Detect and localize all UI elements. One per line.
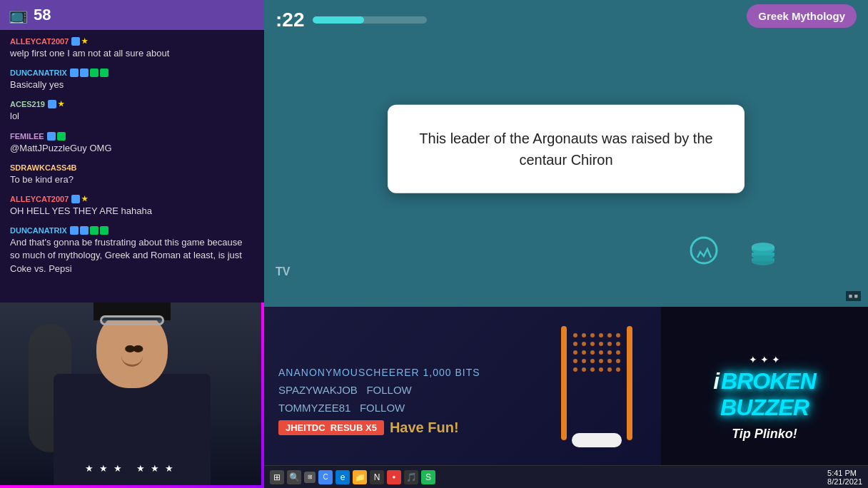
question-card: This leader of the Argonauts was raised …	[388, 105, 745, 193]
chat-message-5: SDRAWKCASS4B To be kind era?	[6, 161, 258, 189]
plinko-dot	[616, 367, 620, 372]
chat-icon	[90, 68, 99, 77]
twitch-logo: 📺	[9, 6, 28, 24]
chat-icons-1: ★	[71, 37, 90, 46]
coins-icon	[743, 238, 782, 277]
game-area: :22 Greek Mythology This leader of the A…	[264, 0, 868, 307]
chat-icon	[70, 226, 79, 235]
plinko-dot	[582, 333, 586, 337]
timer-display: :22	[276, 9, 304, 31]
taskbar-start[interactable]: ⊞	[270, 470, 284, 484]
plinko-dots	[572, 333, 622, 372]
taskbar-apps[interactable]: ⊞	[304, 472, 316, 483]
tip-plinko-text: Tip Plinko!	[713, 427, 816, 442]
plinko-dot	[616, 333, 620, 337]
plinko-dot	[599, 359, 603, 363]
webcam-area: ★★★ ★★★	[0, 303, 264, 488]
chat-message-3: ACES219 ★ lol	[6, 97, 258, 126]
plinko-dot	[599, 333, 603, 337]
chat-message-1: ALLEYCAT2007 ★ welp first one I am not a…	[6, 34, 258, 63]
plinko-dot	[590, 342, 595, 346]
chat-icon	[90, 226, 99, 235]
viewer-count: 58	[34, 6, 51, 24]
progress-bar-background	[313, 16, 427, 24]
chat-username-3: ACES219 ★	[10, 100, 254, 108]
chat-icon	[57, 132, 66, 141]
have-fun-text: Have Fun!	[390, 420, 459, 436]
chat-message-4: FEMILEE @MattJPuzzleGuy OMG	[6, 129, 258, 158]
chat-text-2: Basically yes	[10, 78, 254, 91]
webcam-placeholder: ★★★ ★★★	[0, 303, 264, 488]
svg-point-7	[752, 257, 774, 265]
plinko-bottom	[572, 433, 622, 447]
chat-icon	[71, 195, 80, 203]
follow-notification-2: TOMMYZEE81 FOLLOW	[278, 402, 518, 414]
plinko-dot	[616, 350, 620, 355]
timer-bar: :22	[276, 9, 427, 31]
chat-icon	[80, 68, 89, 77]
plinko-dot	[607, 359, 612, 363]
chat-username-4: FEMILEE	[10, 132, 254, 141]
plinko-dot	[590, 367, 595, 372]
taskbar-edge[interactable]: e	[335, 470, 350, 484]
chat-icon	[80, 226, 89, 235]
notifications: ANANONYMOUSCHEERER 1,000 BITS SPAZYWAKJO…	[278, 360, 518, 436]
question-text: This leader of the Argonauts was raised …	[416, 128, 716, 171]
chat-icon-star: ★	[81, 37, 90, 46]
bb-title-line2: BUZZER	[713, 395, 816, 421]
taskbar-app2[interactable]: ●	[387, 470, 401, 484]
chat-icons-6: ★	[71, 195, 90, 203]
plinko-section: ANANONYMOUSCHEERER 1,000 BITS SPAZYWAKJO…	[264, 307, 533, 488]
resub-notification: JHEITDC RESUB X5 Have Fun!	[278, 420, 518, 436]
chat-icon	[71, 37, 80, 46]
plinko-dot	[582, 342, 586, 346]
taskbar-folder[interactable]: 📁	[353, 470, 367, 484]
chat-username-5: SDRAWKCASS4B	[10, 163, 254, 172]
progress-bar-fill	[313, 16, 364, 24]
plinko-board	[554, 326, 640, 469]
plinko-dot	[616, 359, 620, 363]
bits-notification: ANANONYMOUSCHEERER 1,000 BITS	[278, 367, 518, 378]
tv-label: TV	[276, 265, 290, 278]
chat-icon-star: ★	[81, 195, 90, 203]
plinko-dot	[582, 367, 586, 372]
taskbar-app3[interactable]: 🎵	[404, 470, 418, 484]
webcam-border-bottom	[0, 485, 264, 488]
bb-buzzer-text: BUZZER	[720, 395, 809, 420]
svg-point-0	[691, 238, 717, 263]
taskbar: ⊞ 🔍 ⊞ C e 📁 N ● 🎵 S 5:41 PM 8/21/2021	[264, 465, 868, 488]
chat-message-6: ALLEYCAT2007 ★ OH HELL YES THEY ARE haha…	[6, 192, 258, 220]
chat-icons-2	[70, 68, 108, 77]
plinko-dot	[590, 359, 595, 363]
game-icons	[686, 236, 782, 278]
taskbar-search[interactable]: 🔍	[287, 470, 301, 484]
plinko-dot	[616, 342, 620, 346]
broken-buzzer-logo: ✦ ✦ ✦ i BROKEN BUZZER Tip Plinko!	[699, 340, 830, 456]
plinko-dot	[573, 342, 577, 346]
bb-i-letter: i	[713, 368, 720, 395]
plinko-bar-right	[627, 326, 632, 440]
chat-text-6: OH HELL YES THEY ARE hahaha	[10, 205, 254, 218]
plinko-dot	[573, 350, 577, 355]
chat-message-7: DUNCANATRIX And that's gonna be frustrat…	[6, 223, 258, 278]
broken-buzzer-section: ✦ ✦ ✦ i BROKEN BUZZER Tip Plinko!	[661, 307, 868, 488]
bb-broken-text: BROKEN	[721, 368, 816, 395]
plinko-dot	[582, 350, 586, 355]
plinko-dot	[599, 350, 603, 355]
follow-notification-1: SPAZYWAKJOB FOLLOW	[278, 384, 518, 396]
plinko-dot	[599, 342, 603, 346]
taskbar-app1[interactable]: N	[370, 470, 384, 484]
chat-area: ALLEYCAT2007 ★ welp first one I am not a…	[0, 30, 264, 303]
plinko-dot	[573, 333, 577, 337]
plinko-dot	[607, 333, 612, 337]
plinko-visual	[533, 307, 661, 488]
taskbar-app4[interactable]: S	[421, 470, 435, 484]
plinko-dot	[573, 359, 577, 363]
plinko-dot	[590, 333, 595, 337]
chat-text-1: welp first one I am not at all sure abou…	[10, 47, 254, 60]
chat-icons-3: ★	[48, 100, 66, 108]
plinko-dot	[607, 350, 612, 355]
taskbar-chrome[interactable]: C	[318, 470, 333, 484]
chat-message-2: DUNCANATRIX Basically yes	[6, 66, 258, 94]
chat-icon	[48, 100, 56, 108]
